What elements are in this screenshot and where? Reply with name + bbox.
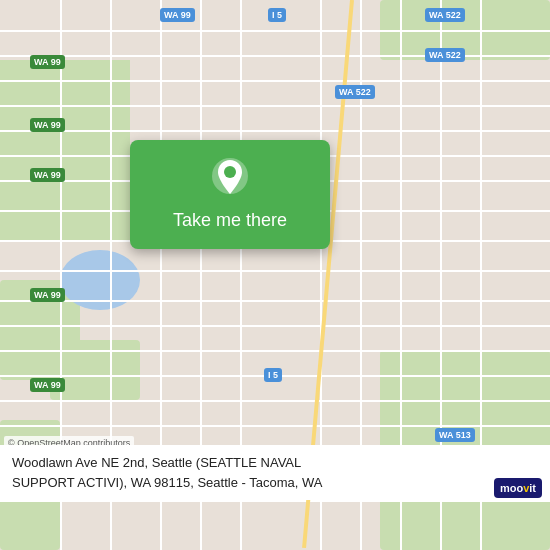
badge-wa99-4: WA 99 — [30, 168, 65, 182]
badge-i5-mid: I 5 — [264, 368, 282, 382]
badge-wa522-3: WA 522 — [335, 85, 375, 99]
badge-wa99-2: WA 99 — [30, 55, 65, 69]
badge-wa99-3: WA 99 — [30, 118, 65, 132]
map-pin-icon — [212, 158, 248, 202]
address-line2: SUPPORT ACTIVI), WA 98115, Seattle - Tac… — [12, 475, 322, 490]
address-bar: Woodlawn Ave NE 2nd, Seattle (SEATTLE NA… — [0, 445, 550, 500]
badge-wa99-5: WA 99 — [30, 288, 65, 302]
take-me-there-button[interactable]: Take me there — [130, 140, 330, 249]
address-line1: Woodlawn Ave NE 2nd, Seattle (SEATTLE NA… — [12, 455, 301, 470]
map: WA 99 I 5 WA 522 WA 522 WA 99 WA 522 WA … — [0, 0, 550, 550]
moovit-logo: moovit — [494, 478, 542, 498]
badge-wa522-2: WA 522 — [425, 48, 465, 62]
badge-wa513: WA 513 — [435, 428, 475, 442]
badge-wa99-top: WA 99 — [160, 8, 195, 22]
badge-i5-top: I 5 — [268, 8, 286, 22]
svg-point-1 — [224, 166, 236, 178]
take-me-there-label: Take me there — [173, 210, 287, 231]
badge-wa99-6: WA 99 — [30, 378, 65, 392]
badge-wa522-top: WA 522 — [425, 8, 465, 22]
